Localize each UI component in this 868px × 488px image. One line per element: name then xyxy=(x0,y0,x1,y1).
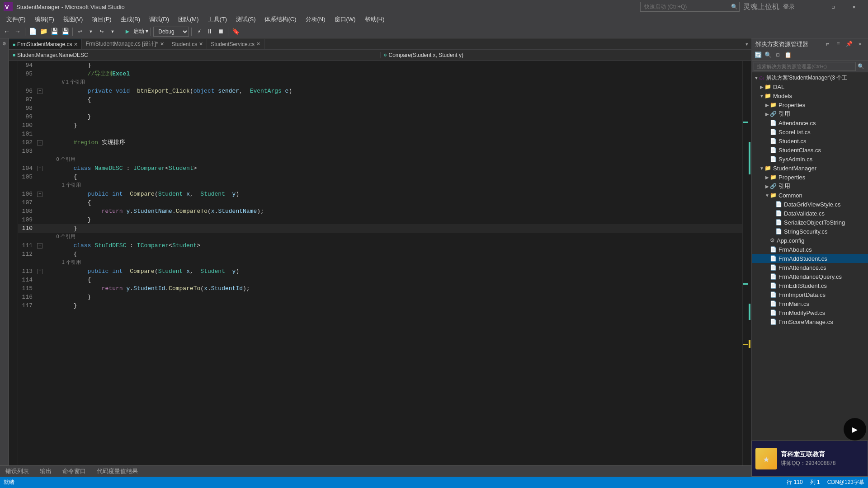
menu-view[interactable]: 视图(V) xyxy=(59,14,87,24)
open-icon[interactable]: 📁 xyxy=(38,27,48,37)
code-line-104: 104 − class NameDESC : IComparer<Student… xyxy=(18,164,742,173)
collapse-111[interactable]: − xyxy=(37,243,42,249)
se-collapse-icon[interactable]: ⊟ xyxy=(774,51,783,60)
tab-studentservice-cs[interactable]: StudentService.cs ✕ xyxy=(207,39,264,49)
run-icon[interactable]: ▶ xyxy=(123,27,132,37)
undo-dropdown[interactable]: ▾ xyxy=(86,27,96,37)
restore-button[interactable]: ◻ xyxy=(823,0,844,14)
tree-frmeeditstudent-cs[interactable]: ▶ 📄 FrmEditStudent.cs xyxy=(752,281,868,290)
debug-mode-select[interactable]: Debug Release xyxy=(153,27,189,37)
tab-close-button[interactable]: ✕ xyxy=(256,41,260,47)
code-line-96: 96 − private void btnExport_Click(object… xyxy=(18,87,742,95)
tree-appconfig[interactable]: ▶ ⚙ App.config xyxy=(752,236,868,245)
save-all-icon[interactable]: 💾 xyxy=(60,27,70,37)
video-play-button[interactable]: ▶ xyxy=(844,418,866,441)
tree-frmscoremanage-cs[interactable]: ▶ 📄 FrmScoreManage.cs xyxy=(752,317,868,326)
tree-serializeobject-cs[interactable]: ▶ 📄 SerializeObjectToString xyxy=(752,218,868,227)
collapse-113[interactable]: − xyxy=(37,269,42,274)
tree-sm-ref[interactable]: ▶ 🔗 引用 xyxy=(752,182,868,191)
menu-test[interactable]: 测试(S) xyxy=(231,14,260,24)
tab-student-cs[interactable]: Student.cs ✕ xyxy=(168,39,208,49)
tree-datagridviewstyle-cs[interactable]: ▶ 📄 DataGridViewStyle.cs xyxy=(752,200,868,209)
tree-studentmanager[interactable]: ▼ 📁 StudentManager xyxy=(752,164,868,173)
menu-file[interactable]: 文件(F) xyxy=(2,14,30,24)
se-close-button[interactable]: ✕ xyxy=(855,40,864,49)
menu-debug[interactable]: 调试(D) xyxy=(145,14,174,24)
tree-scorelist-cs[interactable]: ▶ 📄 ScoreList.cs xyxy=(752,127,868,136)
se-properties-button[interactable]: ≡ xyxy=(834,40,843,49)
new-project-icon[interactable]: 📄 xyxy=(28,27,38,37)
se-show-all-icon[interactable]: 📋 xyxy=(783,51,793,60)
menu-build[interactable]: 生成(B) xyxy=(116,14,145,24)
tree-sm-properties[interactable]: ▶ 📁 Properties xyxy=(752,173,868,182)
tab-code-metrics[interactable]: 代码度量值结果 xyxy=(91,466,143,477)
location-left[interactable]: StudentManager.NameDESC xyxy=(17,52,88,58)
se-search-icon[interactable]: 🔍 xyxy=(764,51,773,60)
tree-frmattendance-cs[interactable]: ▶ 📄 FrmAttendance.cs xyxy=(752,263,868,272)
tree-frmimportdata-cs[interactable]: ▶ 📄 FrmImportData.cs xyxy=(752,290,868,299)
menu-edit[interactable]: 编辑(E) xyxy=(30,14,59,24)
tree-student-cs[interactable]: ▶ 📄 Student.cs xyxy=(752,136,868,145)
quick-launch-input[interactable] xyxy=(640,2,740,12)
tree-frmattendancequery-cs[interactable]: ▶ 📄 FrmAttendanceQuery.cs xyxy=(752,272,868,281)
location-right[interactable]: Compare(Student x, Student y) xyxy=(389,52,463,58)
tab-output[interactable]: 输出 xyxy=(34,466,57,477)
tab-frmstudentmanage-cs[interactable]: ■ FrmStudentManage.cs ✕ xyxy=(9,39,82,49)
se-sync-button[interactable]: ⇄ xyxy=(823,40,832,49)
login-text[interactable]: 登录 xyxy=(783,3,795,11)
tree-stringsecurity-cs[interactable]: ▶ 📄 StringSecurity.cs xyxy=(752,227,868,236)
attach-icon[interactable]: ⚡ xyxy=(194,27,204,37)
toolbar-forward[interactable]: → xyxy=(13,27,23,37)
tree-studentclass-cs[interactable]: ▶ 📄 StudentClass.cs xyxy=(752,145,868,155)
tree-common[interactable]: ▼ 📁 Common xyxy=(752,191,868,200)
tab-more-button[interactable]: ▾ xyxy=(742,39,751,49)
pause-icon[interactable]: ⏸ xyxy=(205,27,215,37)
collapse-96[interactable]: − xyxy=(37,89,42,94)
se-pin-button[interactable]: 📌 xyxy=(844,40,854,49)
redo-dropdown[interactable]: ▾ xyxy=(108,27,118,37)
bookmark-icon[interactable]: 🔖 xyxy=(231,27,241,37)
status-ready: 就绪 xyxy=(4,479,14,486)
start-label[interactable]: 启动 ▾ xyxy=(133,28,148,35)
se-search-input[interactable] xyxy=(754,62,856,71)
tree-solution[interactable]: ▼ 🗂 解决方案'StudentManager'(3 个工 xyxy=(752,73,868,82)
tree-models-properties[interactable]: ▶ 📁 Properties xyxy=(752,100,868,109)
tree-frmaddstudent-cs[interactable]: ▶ 📄 FrmAddStudent.cs xyxy=(752,254,868,263)
menu-team[interactable]: 团队(M) xyxy=(174,14,203,24)
tree-frmabout-cs[interactable]: ▶ 📄 FrmAbout.cs xyxy=(752,245,868,254)
minimize-button[interactable]: — xyxy=(802,0,823,14)
tree-datavalidate-cs[interactable]: ▶ 📄 DataValidate.cs xyxy=(752,209,868,218)
menu-help[interactable]: 帮助(H) xyxy=(360,14,389,24)
redo-icon[interactable]: ↪ xyxy=(97,27,107,37)
save-icon[interactable]: 💾 xyxy=(49,27,59,37)
tab-close-button[interactable]: ✕ xyxy=(199,41,203,47)
tab-frmstudentmanage-design[interactable]: FrmStudentManage.cs [设计]* ✕ xyxy=(82,39,168,49)
stop-icon[interactable]: ⏹ xyxy=(216,27,226,37)
se-search-submit-icon[interactable]: 🔍 xyxy=(856,63,866,70)
tree-attendance-cs[interactable]: ▶ 📄 Attendance.cs xyxy=(752,118,868,127)
code-line-111: 111 − class StuIdDESC : IComparer<Studen… xyxy=(18,241,742,250)
close-button[interactable]: ✕ xyxy=(844,0,864,14)
undo-icon[interactable]: ↩ xyxy=(75,27,85,37)
menu-architecture[interactable]: 体系结构(C) xyxy=(260,14,301,24)
menu-window[interactable]: 窗口(W) xyxy=(330,14,360,24)
tab-close-button[interactable]: ✕ xyxy=(160,41,164,47)
menu-analyze[interactable]: 分析(N) xyxy=(301,14,330,24)
toolbar-back[interactable]: ← xyxy=(2,27,12,37)
collapse-102[interactable]: − xyxy=(37,140,42,145)
tree-models[interactable]: ▼ 📁 Models xyxy=(752,91,868,100)
se-refresh-icon[interactable]: 🔄 xyxy=(754,51,763,60)
tab-error-list[interactable]: 错误列表 xyxy=(0,466,34,477)
menu-project[interactable]: 项目(P) xyxy=(87,14,116,24)
tree-dal[interactable]: ▶ 📁 DAL xyxy=(752,82,868,91)
menu-tools[interactable]: 工具(T) xyxy=(203,14,232,24)
tree-models-ref[interactable]: ▶ 🔗 引用 xyxy=(752,109,868,118)
tree-frmmodifypwd-cs[interactable]: ▶ 📄 FrmModifyPwd.cs xyxy=(752,308,868,317)
collapse-104[interactable]: − xyxy=(37,166,42,171)
tab-close-button[interactable]: ✕ xyxy=(74,42,78,47)
tree-sysadmin-cs[interactable]: ▶ 📄 SysAdmin.cs xyxy=(752,155,868,164)
tree-frmmain-cs[interactable]: ▶ 📄 FrmMain.cs xyxy=(752,299,868,308)
collapse-106[interactable]: − xyxy=(37,192,42,197)
server-explorer-icon[interactable]: ⚙ xyxy=(1,40,8,47)
tab-command-window[interactable]: 命令窗口 xyxy=(57,466,91,477)
